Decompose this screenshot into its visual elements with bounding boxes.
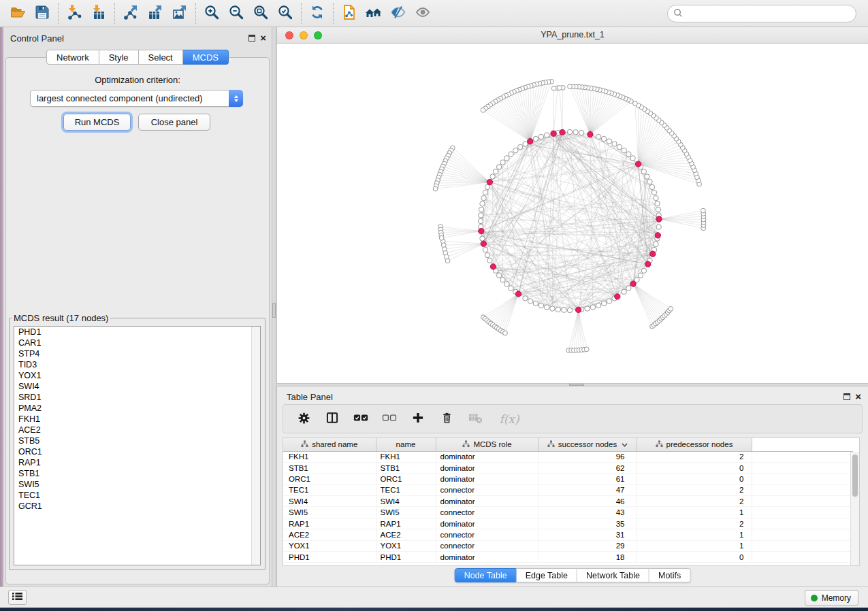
settings-gear-button[interactable]: [294, 409, 313, 429]
refresh-button[interactable]: [305, 3, 329, 24]
tab-node-table[interactable]: Node Table: [455, 568, 517, 582]
column-header-successor-nodes[interactable]: successor nodes: [539, 438, 637, 451]
network-node[interactable]: [641, 268, 646, 273]
tab-edge-table[interactable]: Edge Table: [517, 568, 577, 582]
network-node[interactable]: [503, 331, 508, 335]
network-node[interactable]: [601, 136, 606, 141]
mcds-result-item[interactable]: SWI4: [14, 381, 260, 392]
function-builder-button[interactable]: f(x): [494, 409, 524, 429]
network-node[interactable]: [596, 303, 600, 308]
table-row[interactable]: STB1STB1dominator620: [283, 462, 853, 473]
network-node[interactable]: [656, 207, 660, 212]
network-node[interactable]: [607, 299, 611, 303]
network-node[interactable]: [617, 144, 622, 149]
float-panel-icon[interactable]: [843, 393, 850, 400]
mcds-hub-node[interactable]: [630, 281, 636, 286]
table-row[interactable]: ORC1ORC1dominator610: [283, 474, 853, 484]
network-node[interactable]: [509, 152, 513, 156]
zoom-selected-button[interactable]: [273, 3, 298, 24]
tab-mcds[interactable]: MCDS: [183, 50, 229, 65]
network-node[interactable]: [568, 84, 573, 89]
network-node[interactable]: [630, 156, 635, 161]
network-node[interactable]: [480, 201, 485, 206]
network-node[interactable]: [523, 142, 528, 146]
save-button[interactable]: [30, 3, 54, 24]
mcds-result-item[interactable]: YOX1: [14, 370, 260, 381]
mcds-result-item[interactable]: ACE2: [14, 425, 260, 435]
network-node[interactable]: [493, 169, 498, 174]
network-node[interactable]: [641, 169, 646, 174]
network-node[interactable]: [483, 190, 487, 195]
import-table-button[interactable]: [86, 3, 111, 24]
mcds-hub-node[interactable]: [645, 261, 651, 267]
mcds-hub-node[interactable]: [635, 161, 641, 167]
network-node[interactable]: [478, 218, 483, 223]
export-network-button[interactable]: [118, 3, 143, 24]
network-node[interactable]: [626, 286, 631, 291]
network-node[interactable]: [596, 134, 600, 139]
mcds-hub-node[interactable]: [650, 251, 656, 257]
network-node[interactable]: [558, 86, 562, 90]
mcds-hub-node[interactable]: [481, 241, 486, 246]
network-node[interactable]: [584, 347, 589, 352]
mcds-hub-node[interactable]: [515, 291, 521, 297]
mcds-hub-node[interactable]: [656, 216, 662, 222]
mcds-result-item[interactable]: SRD1: [14, 392, 260, 403]
import-network-button[interactable]: [62, 3, 86, 24]
network-node[interactable]: [622, 148, 626, 152]
mcds-hub-node[interactable]: [615, 294, 620, 299]
network-node[interactable]: [573, 130, 578, 135]
mcds-result-item[interactable]: PMA2: [14, 403, 260, 414]
add-column-button[interactable]: [408, 409, 428, 429]
column-header-shared-name[interactable]: shared name: [283, 438, 376, 451]
network-node[interactable]: [550, 306, 555, 311]
float-panel-icon[interactable]: [248, 35, 255, 42]
network-node[interactable]: [601, 301, 606, 306]
zoom-in-button[interactable]: [199, 3, 224, 24]
tab-style[interactable]: Style: [99, 50, 139, 65]
network-node[interactable]: [480, 236, 485, 241]
optimization-criterion-select[interactable]: largest connected component (undirected): [30, 90, 243, 107]
table-row[interactable]: FKH1FKH1dominator962: [283, 451, 853, 462]
mcds-result-item[interactable]: ORC1: [14, 446, 260, 457]
tab-select[interactable]: Select: [139, 50, 183, 65]
network-node[interactable]: [485, 184, 489, 189]
mcds-result-item[interactable]: FKH1: [14, 414, 260, 425]
network-node[interactable]: [539, 134, 543, 139]
close-panel-button[interactable]: Close panel: [138, 114, 210, 131]
scrollbar-thumb[interactable]: [852, 455, 858, 497]
close-panel-icon[interactable]: ×: [855, 393, 861, 400]
mcds-hub-node[interactable]: [490, 264, 496, 269]
network-node[interactable]: [496, 273, 501, 278]
network-node[interactable]: [500, 160, 505, 165]
search-input[interactable]: [686, 7, 856, 20]
network-node[interactable]: [622, 289, 626, 294]
open-folder-button[interactable]: [5, 3, 30, 24]
network-node[interactable]: [654, 195, 658, 200]
network-node[interactable]: [496, 165, 501, 169]
network-node[interactable]: [701, 208, 706, 213]
mcds-result-item[interactable]: STB5: [14, 435, 260, 446]
network-node[interactable]: [483, 247, 487, 252]
mcds-result-item[interactable]: RAP1: [14, 457, 260, 468]
zoom-fit-button[interactable]: [248, 3, 273, 24]
network-node[interactable]: [518, 144, 523, 149]
network-node[interactable]: [567, 308, 572, 312]
network-node[interactable]: [528, 299, 532, 303]
table-row[interactable]: SWI4SWI4dominator462: [283, 496, 853, 507]
network-node[interactable]: [656, 225, 661, 229]
delete-column-button[interactable]: [437, 409, 456, 429]
hide-selected-button[interactable]: [386, 3, 411, 24]
share-document-button[interactable]: [337, 3, 361, 24]
vertical-splitter[interactable]: [272, 27, 276, 587]
network-node[interactable]: [504, 282, 509, 286]
column-header-MCDS-role[interactable]: MCDS role: [436, 438, 539, 451]
mcds-result-item[interactable]: STB1: [14, 468, 260, 479]
task-history-button[interactable]: [8, 590, 27, 605]
table-row[interactable]: RAP1RAP1dominator352: [283, 518, 853, 529]
mcds-result-item[interactable]: SWI5: [14, 479, 260, 490]
network-node[interactable]: [669, 307, 673, 312]
mcds-hub-node[interactable]: [528, 139, 533, 144]
network-window-titlebar[interactable]: YPA_prune.txt_1: [276, 27, 868, 44]
deselect-all-button[interactable]: [380, 409, 399, 429]
